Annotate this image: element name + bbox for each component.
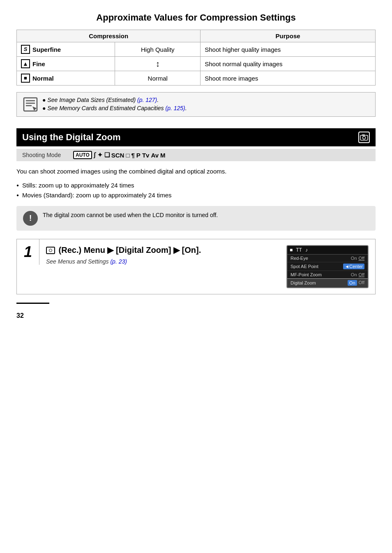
redeye-value: On Off <box>351 256 364 261</box>
step-subtitle: See Menus and Settings (p. 23) <box>46 258 278 265</box>
note-lines: ● See Image Data Sizes (Estimated) (p. 1… <box>42 97 187 111</box>
page-title: Approximate Values for Compression Setti… <box>16 12 376 23</box>
note-line-2: ● See Memory Cards and Estimated Capacit… <box>42 105 187 111</box>
digitalzoom-on: On <box>348 280 357 286</box>
step-text: (Rec.) Menu ▶ [Digital Zoom] ▶ [On]. See… <box>46 245 278 265</box>
compression-header: Compression <box>17 30 201 42</box>
compression-table: Compression Purpose S Superfine High Qua… <box>16 30 376 86</box>
step-title-middle: [Digital Zoom] <box>116 245 171 255</box>
note-box: ● See Image Data Sizes (Estimated) (p. 1… <box>16 92 376 117</box>
note-line-1: ● See Image Data Sizes (Estimated) (p. 1… <box>42 97 187 103</box>
menu-tab-3: ♪ <box>305 247 308 253</box>
comp-icon-cell: ■ Normal <box>17 71 115 86</box>
mode-icon-1: ʃ <box>94 151 96 159</box>
mode-icon-4: □ <box>126 152 129 159</box>
menu-row-spot: Spot AE Point ◄Center <box>287 262 368 271</box>
shooting-mode-bar: Shooting Mode AUTO ʃ ✦ ❑ SCN □ ¶ P Tv Av… <box>16 149 376 161</box>
step-title-suffix: [On]. <box>182 245 201 255</box>
cam-menu-header: ■ TT ♪ <box>287 246 368 255</box>
warning-icon: ! <box>23 211 38 226</box>
comp-icon-cell: ▲ Fine <box>17 57 115 71</box>
step-title: (Rec.) Menu ▶ [Digital Zoom] ▶ [On]. <box>46 245 278 255</box>
note-icon <box>23 97 38 112</box>
bullet-item: Stills: zoom up to approximately 24 time… <box>16 180 376 190</box>
fine-label: Fine <box>32 60 45 67</box>
mode-icons: AUTO ʃ ✦ ❑ SCN □ ¶ P Tv Av M <box>73 151 166 159</box>
step-arrow-2: ▶ <box>173 245 180 255</box>
superfine-icon: S <box>21 45 30 54</box>
step-box: 1 (Rec.) Menu ▶ [Digital Zoom] ▶ [On]. S… <box>16 239 376 294</box>
table-row: ▲ Fine ↕ Shoot normal quality images <box>17 57 376 71</box>
note-link-1[interactable]: (p. 127) <box>137 97 157 103</box>
purpose-cell: Shoot more images <box>201 71 376 86</box>
camera-menu-mockup: ■ TT ♪ Red-Eye On Off Spot AE Point ◄Cen… <box>286 245 369 288</box>
redeye-on: On <box>351 256 357 261</box>
fine-icon: ▲ <box>21 59 30 68</box>
section-header: Using the Digital Zoom <box>16 128 376 146</box>
quality-arrow-icon: ↕ <box>156 59 160 68</box>
menu-label-spot: Spot AE Point <box>291 264 318 269</box>
spot-center: ◄Center <box>343 264 364 269</box>
digitalzoom-off: Off <box>359 280 364 286</box>
bullet-list: Stills: zoom up to approximately 24 time… <box>16 180 376 200</box>
table-row: ■ Normal Normal Shoot more images <box>17 71 376 86</box>
menu-row-mfpoint: MF-Point Zoom On Off <box>287 271 368 279</box>
purpose-header: Purpose <box>201 30 376 42</box>
mfpoint-on: On <box>351 272 357 277</box>
mode-icon-3: ❑ <box>104 151 110 159</box>
mode-scn: SCN <box>111 152 125 159</box>
menu-tab-2: TT <box>296 247 302 253</box>
normal-icon: ■ <box>21 74 30 83</box>
warning-text: The digital zoom cannot be used when the… <box>43 211 218 220</box>
menu-label-redeye: Red-Eye <box>291 256 308 261</box>
page-bottom-line <box>16 303 49 304</box>
menu-label-digitalzoom: Digital Zoom <box>291 280 316 285</box>
camera-icon <box>358 132 370 143</box>
mode-tv: Tv <box>142 152 150 159</box>
menu-row-digitalzoom: Digital Zoom On Off <box>287 279 368 287</box>
step-title-prefix: (Rec.) Menu <box>59 245 105 255</box>
svg-marker-4 <box>32 106 37 111</box>
step-image: ■ TT ♪ Red-Eye On Off Spot AE Point ◄Cen… <box>286 245 369 288</box>
purpose-cell: Shoot normal quality images <box>201 57 376 71</box>
superfine-label: Superfine <box>32 46 61 53</box>
menu-label-mfpoint: MF-Point Zoom <box>291 272 322 277</box>
note-link-2[interactable]: (p. 125) <box>165 105 185 111</box>
menu-tab-1: ■ <box>290 247 293 253</box>
section-title: Using the Digital Zoom <box>22 132 121 143</box>
quality-cell: High Quality <box>115 42 201 57</box>
mode-p: P <box>136 152 141 159</box>
normal-quality-cell: Normal <box>115 71 201 86</box>
mode-icon-5: ¶ <box>131 152 135 159</box>
mode-m: M <box>160 152 166 159</box>
spot-value: ◄Center <box>343 264 364 269</box>
table-row: S Superfine High Quality Shoot higher qu… <box>17 42 376 57</box>
digitalzoom-value: On Off <box>348 280 364 286</box>
page-number: 32 <box>16 312 376 319</box>
quality-arrow-cell: ↕ <box>115 57 201 71</box>
step-number: 1 <box>17 239 39 265</box>
bullet-item: Movies (Standard): zoom up to approximat… <box>16 190 376 200</box>
redeye-off: Off <box>359 256 364 261</box>
mfpoint-value: On Off <box>351 272 364 277</box>
normal-label: Normal <box>32 75 54 82</box>
svg-point-6 <box>363 137 366 139</box>
purpose-cell: Shoot higher quality images <box>201 42 376 57</box>
shooting-mode-label: Shooting Mode <box>22 152 67 158</box>
auto-badge: AUTO <box>73 151 92 159</box>
mfpoint-off: Off <box>359 272 364 277</box>
mode-icon-2: ✦ <box>97 151 103 159</box>
step-link[interactable]: (p. 23) <box>110 258 127 265</box>
menu-row-redeye: Red-Eye On Off <box>287 255 368 262</box>
comp-icon-cell: S Superfine <box>17 42 115 57</box>
warning-box: ! The digital zoom cannot be used when t… <box>16 206 376 231</box>
step-content: (Rec.) Menu ▶ [Digital Zoom] ▶ [On]. See… <box>39 239 375 294</box>
rec-cam-icon <box>46 247 55 254</box>
body-text: You can shoot zoomed images using the co… <box>16 167 376 176</box>
mode-av: Av <box>151 152 159 159</box>
step-arrow-1: ▶ <box>107 245 113 255</box>
